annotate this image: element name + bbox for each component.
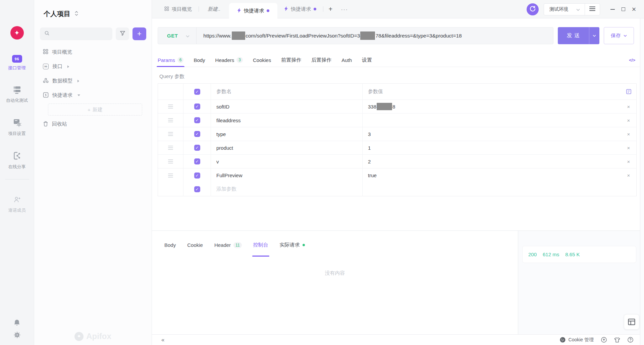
tab-response-cookie[interactable]: Cookie xyxy=(187,233,203,257)
send-button[interactable]: 发 送 xyxy=(558,27,599,44)
drag-cell xyxy=(158,168,183,182)
tab-response-body[interactable]: Body xyxy=(164,233,176,257)
rail-item-api-management[interactable]: 96 接口管理 xyxy=(8,55,26,71)
param-name[interactable]: softID xyxy=(211,100,363,113)
sidebar-item-label: 数据模型 xyxy=(52,78,72,84)
add-param-value[interactable] xyxy=(363,182,621,196)
delete-row-icon[interactable]: × xyxy=(621,168,636,182)
param-value[interactable]: 2 xyxy=(363,155,621,168)
delete-row-icon[interactable]: × xyxy=(621,127,636,141)
tab-cookies[interactable]: Cookies xyxy=(253,53,271,67)
minimize-button[interactable] xyxy=(608,5,617,14)
cookie-manager-button[interactable]: Cookie 管理 xyxy=(560,337,594,343)
notifications-bell-icon[interactable] xyxy=(14,319,20,326)
tab-post-processors[interactable]: 后置操作 xyxy=(311,53,331,67)
tab-settings[interactable]: 设置 xyxy=(362,53,372,67)
select-all-checkbox[interactable]: ✓ xyxy=(194,89,200,95)
row-checkbox[interactable]: ✓ xyxy=(194,158,200,164)
bulk-edit-icon[interactable] xyxy=(621,84,636,99)
project-switcher[interactable]: 个人项目 xyxy=(44,9,152,18)
sidebar-item-project-overview[interactable]: 项目概览 xyxy=(34,45,152,59)
apifox-logo[interactable]: ✦ xyxy=(10,26,24,40)
tab-body[interactable]: Body xyxy=(194,53,205,67)
add-param-row[interactable]: ✓ 添加参数 xyxy=(158,182,636,196)
param-name[interactable]: FullPreview xyxy=(211,168,363,182)
redacted-block xyxy=(232,31,245,40)
hamburger-icon xyxy=(589,6,595,12)
more-tabs-button[interactable]: ··· xyxy=(337,0,352,18)
add-param-placeholder[interactable]: 添加参数 xyxy=(211,182,363,196)
search-input[interactable] xyxy=(40,27,112,40)
tab-console[interactable]: 控制台 xyxy=(253,233,268,257)
param-value[interactable]: 3 xyxy=(363,127,621,141)
param-name[interactable]: v xyxy=(211,155,363,168)
sidebar-item-recycle-bin[interactable]: 回收站 xyxy=(34,117,152,131)
tab-pre-processors[interactable]: 前置操作 xyxy=(281,53,301,67)
settings-gear-icon[interactable] xyxy=(14,332,20,338)
param-value[interactable] xyxy=(363,114,621,127)
rail-item-project-settings[interactable]: 项目设置 xyxy=(8,118,26,137)
tab-new[interactable]: 新建.. xyxy=(199,0,229,18)
drag-handle-icon[interactable] xyxy=(168,146,173,150)
delete-row-icon[interactable]: × xyxy=(621,114,636,127)
drag-handle-icon[interactable] xyxy=(168,118,173,122)
collapse-sidebar-button[interactable]: « xyxy=(161,337,164,343)
tab-auth[interactable]: Auth xyxy=(341,53,352,67)
url-input[interactable]: https://www.com/soft/Preview/FirstLoadPr… xyxy=(197,31,553,40)
sync-environment-button[interactable] xyxy=(527,3,539,15)
drag-handle-icon[interactable] xyxy=(168,132,173,136)
code-view-icon[interactable]: </> xyxy=(629,58,635,63)
help-button[interactable] xyxy=(628,337,633,343)
delete-row-icon[interactable]: × xyxy=(621,155,636,168)
drag-handle-icon[interactable] xyxy=(168,159,173,163)
tab-project-overview[interactable]: 项目概览 xyxy=(158,0,199,18)
collapsed-right-panel[interactable] xyxy=(640,18,644,345)
row-checkbox[interactable]: ✓ xyxy=(194,172,200,179)
layout-toggle-button[interactable] xyxy=(624,314,639,330)
delete-row-icon[interactable]: × xyxy=(621,141,636,154)
param-value[interactable]: 1 xyxy=(363,141,621,154)
drag-handle-icon[interactable] xyxy=(168,105,173,109)
param-value[interactable]: true xyxy=(363,168,621,182)
send-options-caret[interactable] xyxy=(589,27,599,44)
drag-cell xyxy=(158,127,183,141)
add-tab-button[interactable]: + xyxy=(323,0,337,18)
param-name[interactable]: type xyxy=(211,127,363,141)
filter-button[interactable] xyxy=(116,27,129,40)
tab-quick-request-active[interactable]: 快捷请求 xyxy=(229,3,277,18)
theme-button[interactable] xyxy=(614,337,620,343)
sidebar-item-quick-requests[interactable]: 快捷请求 xyxy=(34,88,152,102)
sidebar-item-label: 项目概览 xyxy=(52,49,72,55)
rail-item-online-share[interactable]: 在线分享 xyxy=(8,151,26,170)
new-request-button[interactable]: + 新建 xyxy=(48,104,142,116)
tab-quick-request-2[interactable]: 快捷请求 xyxy=(277,0,323,18)
tab-headers[interactable]: Headers 3 xyxy=(215,53,243,67)
sidebar-item-apis[interactable]: 96 接口 xyxy=(34,59,152,74)
add-new-button[interactable]: + xyxy=(132,27,146,40)
delete-row-icon[interactable]: × xyxy=(621,100,636,113)
environment-select[interactable]: 测试环境 xyxy=(544,4,585,15)
upgrade-button[interactable] xyxy=(601,337,607,343)
menu-button[interactable] xyxy=(585,4,600,15)
close-button[interactable]: × xyxy=(630,5,638,14)
save-button[interactable]: 保存 xyxy=(604,27,634,44)
maximize-button[interactable] xyxy=(619,5,628,14)
method-select[interactable]: GET xyxy=(158,27,197,44)
drag-handle-icon[interactable] xyxy=(168,174,173,178)
tab-response-header[interactable]: Header 11 xyxy=(214,233,242,257)
tab-params[interactable]: Params 6 xyxy=(158,53,183,67)
invite-member-button[interactable]: 邀请成员 xyxy=(8,196,26,213)
row-checkbox[interactable]: ✓ xyxy=(194,104,200,110)
rail-item-label: 在线分享 xyxy=(8,164,26,170)
param-value[interactable]: 3388 xyxy=(363,100,621,113)
tab-actual-request[interactable]: 实际请求 xyxy=(280,233,305,257)
row-checkbox[interactable]: ✓ xyxy=(194,145,200,151)
row-checkbox[interactable]: ✓ xyxy=(194,131,200,137)
row-checkbox[interactable]: ✓ xyxy=(194,117,200,123)
row-checkbox[interactable]: ✓ xyxy=(194,186,200,192)
sidebar-item-data-models[interactable]: 数据模型 xyxy=(34,74,152,88)
param-name[interactable]: product xyxy=(211,141,363,154)
rail-item-automated-testing[interactable]: 自动化测试 xyxy=(6,86,28,104)
text-part: 2 xyxy=(368,159,371,164)
param-name[interactable]: fileaddress xyxy=(211,114,363,127)
